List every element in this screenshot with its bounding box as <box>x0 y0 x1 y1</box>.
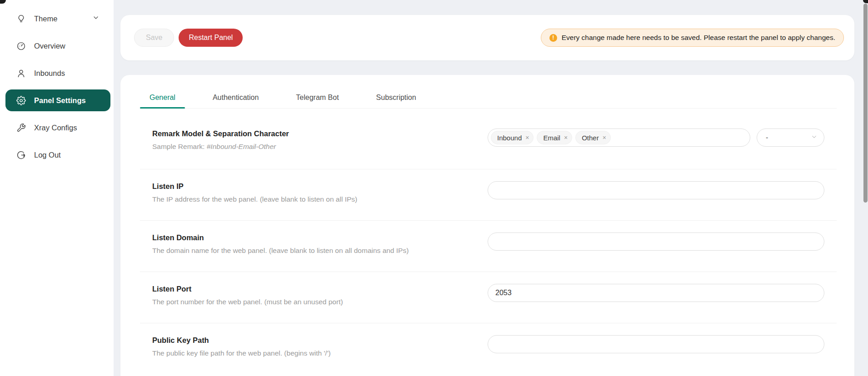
settings-card: General Authentication Telegram Bot Subs… <box>120 75 854 376</box>
tag-inbound: Inbound × <box>491 131 534 144</box>
vertical-scrollbar-thumb[interactable] <box>863 4 868 203</box>
sidebar-item-log-out[interactable]: Log Out <box>5 144 110 166</box>
tab-subscription[interactable]: Subscription <box>367 87 426 108</box>
form-row-public-key-path: Public Key Path The public key file path… <box>140 323 837 374</box>
sidebar-item-xray-configs[interactable]: Xray Configs <box>5 117 110 139</box>
chevron-down-icon <box>92 14 100 23</box>
form-row-listen-ip: Listen IP The IP address for the web pan… <box>140 169 837 221</box>
listen-domain-input[interactable] <box>488 233 824 251</box>
field-description: The domain name for the web panel. (leav… <box>152 247 488 255</box>
field-label: Remark Model & Separation Character <box>152 129 488 138</box>
listen-port-input[interactable] <box>488 284 824 302</box>
sidebar-item-label: Theme <box>34 15 57 23</box>
dashboard-icon <box>16 41 26 51</box>
listen-ip-input[interactable] <box>488 181 824 199</box>
gear-icon <box>16 96 26 105</box>
tag-label: Email <box>543 134 560 142</box>
sample-remark-prefix: Sample Remark: <box>152 143 207 150</box>
warning-exclamation-icon: ! <box>549 34 557 42</box>
sidebar-item-label: Overview <box>34 42 65 50</box>
logout-icon <box>16 150 26 160</box>
remove-tag-icon[interactable]: × <box>525 134 529 141</box>
tab-authentication[interactable]: Authentication <box>203 87 268 108</box>
sidebar-item-label: Xray Configs <box>34 124 77 132</box>
tag-label: Other <box>582 134 599 142</box>
field-description: The public key file path for the web pan… <box>152 349 488 357</box>
main-content: Save Restart Panel ! Every change made h… <box>114 0 868 376</box>
sidebar-item-label: Inbounds <box>34 69 65 78</box>
field-description: The IP address for the web panel. (leave… <box>152 195 488 203</box>
field-label: Listen Domain <box>152 233 488 242</box>
sample-remark-value: #Inbound-Email-Other <box>207 143 276 150</box>
tab-general[interactable]: General <box>140 87 185 108</box>
tag-email: Email × <box>537 131 572 144</box>
tab-telegram-bot[interactable]: Telegram Bot <box>286 87 348 108</box>
separation-character-value: - <box>766 134 768 142</box>
form-row-remark-model: Remark Model & Separation Character Samp… <box>140 109 837 169</box>
tag-other: Other × <box>575 131 611 144</box>
sidebar-item-panel-settings[interactable]: Panel Settings <box>5 89 110 111</box>
restart-panel-button[interactable]: Restart Panel <box>179 29 243 47</box>
sidebar-item-inbounds[interactable]: Inbounds <box>5 62 110 84</box>
user-icon <box>16 69 26 78</box>
sidebar-item-label: Log Out <box>34 151 61 159</box>
warning-alert-text: Every change made here needs to be saved… <box>562 34 835 42</box>
warning-alert: ! Every change made here needs to be sav… <box>541 29 844 47</box>
action-bar: Save Restart Panel ! Every change made h… <box>120 15 854 60</box>
form-row-listen-port: Listen Port The port number for the web … <box>140 272 837 323</box>
sidebar-item-label: Panel Settings <box>34 96 86 105</box>
sidebar-item-theme[interactable]: Theme <box>5 8 110 30</box>
field-label: Public Key Path <box>152 336 488 345</box>
form-row-listen-domain: Listen Domain The domain name for the we… <box>140 221 837 272</box>
save-button[interactable]: Save <box>134 29 174 47</box>
field-description: The port number for the web panel. (must… <box>152 298 488 306</box>
sidebar-item-overview[interactable]: Overview <box>5 35 110 57</box>
wrench-icon <box>16 123 26 133</box>
lightbulb-icon <box>16 14 26 24</box>
field-description: Sample Remark: #Inbound-Email-Other <box>152 143 488 151</box>
tag-label: Inbound <box>497 134 522 142</box>
field-label: Listen Port <box>152 285 488 293</box>
public-key-path-input[interactable] <box>488 335 824 353</box>
sidebar: Theme Overview Inbounds Panel Settings <box>0 0 114 376</box>
remove-tag-icon[interactable]: × <box>564 134 568 141</box>
tab-bar: General Authentication Telegram Bot Subs… <box>140 75 837 109</box>
separation-character-select[interactable]: - <box>757 129 824 147</box>
remark-model-multiselect[interactable]: Inbound × Email × Other × <box>488 129 750 147</box>
field-label: Listen IP <box>152 182 488 191</box>
chevron-down-icon <box>811 134 818 142</box>
remove-tag-icon[interactable]: × <box>603 134 606 141</box>
